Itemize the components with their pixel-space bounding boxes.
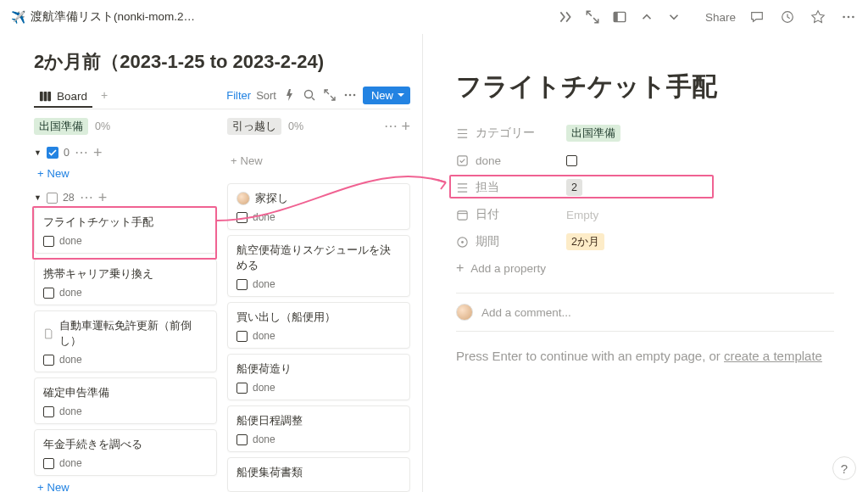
prop-label: 担当 xyxy=(476,180,499,195)
checkbox-icon[interactable] xyxy=(43,458,54,469)
checkbox-icon[interactable] xyxy=(43,288,54,299)
checkbox-icon[interactable] xyxy=(236,383,248,394)
checkbox-icon[interactable] xyxy=(236,331,248,342)
card[interactable]: 携帯キャリア乗り換え done xyxy=(34,259,217,305)
new-button[interactable]: New xyxy=(363,87,410,104)
prop-row-date[interactable]: 日付 Empty xyxy=(456,201,834,228)
board-column: 出国準備 0% ▼ 0 ⋯ + +New ▼ 28 ⋯ xyxy=(34,118,217,492)
expand-db-icon[interactable] xyxy=(322,87,337,103)
card[interactable]: 確定申告準備 done xyxy=(34,377,217,424)
checkbox-checked-icon xyxy=(47,147,58,159)
new-card-label: New xyxy=(47,481,70,492)
group-add-icon[interactable]: + xyxy=(93,145,103,160)
chevron-up-icon[interactable] xyxy=(637,8,656,26)
sort-button[interactable]: Sort xyxy=(256,89,276,102)
collapse-icon[interactable] xyxy=(556,8,575,26)
page-title[interactable]: 渡航準備リスト(nonki-mom.2023v... xyxy=(31,9,200,25)
search-icon[interactable] xyxy=(302,87,317,103)
view-tab-board[interactable]: Board xyxy=(34,87,92,108)
prop-row-category[interactable]: カテゴリー 出国準備 xyxy=(456,120,834,147)
column-more-icon[interactable]: ⋯ xyxy=(384,120,398,133)
svg-rect-6 xyxy=(40,92,43,101)
new-card-button[interactable]: +New xyxy=(34,162,217,185)
new-card-button[interactable]: +New xyxy=(227,149,410,172)
card-done-label: done xyxy=(253,433,275,445)
automations-icon[interactable] xyxy=(281,87,297,103)
new-button-label: New xyxy=(371,89,393,102)
user-avatar xyxy=(456,304,473,321)
checkbox-icon[interactable] xyxy=(43,355,54,366)
card[interactable]: 年金手続きを調べる done xyxy=(34,429,217,476)
prop-label: カテゴリー xyxy=(476,126,535,141)
card[interactable]: 買い出し（船便用） done xyxy=(227,302,410,349)
prop-row-period[interactable]: 期間 2か月 xyxy=(456,228,834,255)
svg-point-11 xyxy=(349,94,352,97)
column-tag[interactable]: 出国準備 xyxy=(34,118,88,135)
group-more-icon[interactable]: ⋯ xyxy=(75,146,88,159)
toolbar-more-icon[interactable] xyxy=(342,87,358,103)
prop-value-assignee: 2 xyxy=(566,179,582,196)
checkbox-icon[interactable] xyxy=(236,434,248,445)
prop-label: 日付 xyxy=(476,207,499,222)
card-done-label: done xyxy=(253,211,275,223)
card[interactable]: フライトチケット手配 done xyxy=(34,207,217,254)
card-done-label: done xyxy=(59,354,82,366)
card[interactable]: 家探し done xyxy=(227,183,410,230)
prop-done-checkbox[interactable] xyxy=(566,155,577,166)
group-add-icon[interactable]: + xyxy=(98,190,108,205)
favorite-icon[interactable] xyxy=(809,8,827,26)
card-done-label: done xyxy=(59,235,82,247)
card[interactable]: 航空便荷造りスケジュールを決める done xyxy=(227,235,410,297)
column-tag[interactable]: 引っ越し xyxy=(227,118,281,135)
checkbox-icon[interactable] xyxy=(43,236,54,247)
help-button[interactable]: ? xyxy=(832,456,856,480)
comment-input[interactable]: Add a comment... xyxy=(456,293,834,332)
database-title[interactable]: 2か月前（2023-1-25 to 2023-2-24) xyxy=(34,49,410,75)
card-done-label: done xyxy=(59,457,82,469)
filter-button[interactable]: Filter xyxy=(226,89,251,102)
card[interactable]: 船便日程調整 done xyxy=(227,405,410,452)
group-done[interactable]: ▼ 0 ⋯ + xyxy=(34,145,217,160)
card-title: 航空便荷造りスケジュールを決める xyxy=(236,243,401,273)
prop-row-assignee[interactable]: 担当 2 xyxy=(456,174,834,201)
more-menu-icon[interactable] xyxy=(839,8,858,26)
card-title: 年金手続きを調べる xyxy=(43,437,208,452)
expand-icon[interactable] xyxy=(583,8,602,26)
group-not-done[interactable]: ▼ 28 ⋯ + xyxy=(34,190,217,205)
checkbox-icon[interactable] xyxy=(43,406,54,417)
svg-point-9 xyxy=(304,91,312,98)
view-tab-label: Board xyxy=(57,90,87,103)
svg-point-12 xyxy=(353,94,356,97)
prop-row-done[interactable]: done xyxy=(456,147,834,174)
card[interactable]: 船便荷造り done xyxy=(227,354,410,400)
checkbox-empty-icon xyxy=(47,193,58,204)
prop-value-period: 2か月 xyxy=(566,233,604,250)
card-done-label: done xyxy=(59,287,82,299)
prop-value-date: Empty xyxy=(566,209,598,221)
new-card-label: New xyxy=(241,154,263,167)
peek-icon[interactable] xyxy=(610,8,629,26)
share-button[interactable]: Share xyxy=(705,11,736,24)
card-title: フライトチケット手配 xyxy=(43,215,208,230)
checkbox-icon[interactable] xyxy=(236,279,248,290)
comments-icon[interactable] xyxy=(748,8,766,26)
chevron-down-icon[interactable] xyxy=(665,8,683,26)
svg-rect-13 xyxy=(458,155,467,165)
svg-point-4 xyxy=(848,16,850,19)
svg-rect-7 xyxy=(44,92,47,101)
new-card-bottom[interactable]: +New xyxy=(34,476,217,492)
prop-label: 期間 xyxy=(476,234,499,249)
detail-title[interactable]: フライトチケット手配 xyxy=(456,70,834,104)
prop-value-category: 出国準備 xyxy=(566,125,620,142)
checkbox-icon[interactable] xyxy=(236,212,248,223)
add-property-button[interactable]: + Add a property xyxy=(456,255,834,284)
column-add-icon[interactable]: + xyxy=(401,119,410,134)
card-done-label: done xyxy=(253,330,275,342)
updates-icon[interactable] xyxy=(778,8,797,26)
card[interactable]: 船便集荷書類 xyxy=(227,457,410,492)
create-template-link[interactable]: create a template xyxy=(724,349,822,363)
card[interactable]: 自動車運転免許更新（前倒し） done xyxy=(34,310,217,372)
group-more-icon[interactable]: ⋯ xyxy=(80,191,93,204)
add-view-button[interactable]: + xyxy=(97,85,111,105)
card-title: 家探し xyxy=(255,191,288,206)
